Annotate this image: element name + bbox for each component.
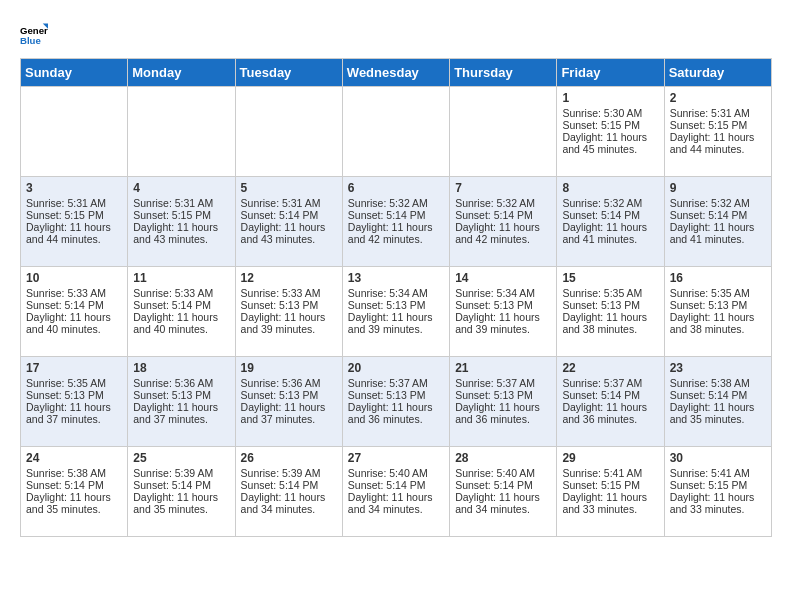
day-info: Sunrise: 5:39 AM	[241, 467, 337, 479]
day-number: 3	[26, 181, 122, 195]
day-info: Sunset: 5:15 PM	[670, 479, 766, 491]
day-info: Sunrise: 5:31 AM	[26, 197, 122, 209]
calendar-cell: 5Sunrise: 5:31 AMSunset: 5:14 PMDaylight…	[235, 177, 342, 267]
svg-text:Blue: Blue	[20, 35, 41, 46]
day-info: Sunset: 5:13 PM	[348, 389, 444, 401]
day-info: Sunrise: 5:34 AM	[455, 287, 551, 299]
day-info: Sunrise: 5:30 AM	[562, 107, 658, 119]
day-number: 6	[348, 181, 444, 195]
day-number: 2	[670, 91, 766, 105]
day-info: Sunrise: 5:40 AM	[348, 467, 444, 479]
day-number: 13	[348, 271, 444, 285]
day-info: Daylight: 11 hours and 39 minutes.	[241, 311, 337, 335]
day-info: Sunset: 5:13 PM	[562, 299, 658, 311]
day-info: Daylight: 11 hours and 36 minutes.	[562, 401, 658, 425]
day-info: Daylight: 11 hours and 39 minutes.	[455, 311, 551, 335]
day-info: Sunset: 5:14 PM	[133, 299, 229, 311]
weekday-header: Saturday	[664, 59, 771, 87]
day-info: Sunset: 5:13 PM	[670, 299, 766, 311]
page-header: General Blue	[20, 20, 772, 48]
day-number: 20	[348, 361, 444, 375]
calendar-cell: 20Sunrise: 5:37 AMSunset: 5:13 PMDayligh…	[342, 357, 449, 447]
day-info: Sunrise: 5:39 AM	[133, 467, 229, 479]
calendar-cell: 1Sunrise: 5:30 AMSunset: 5:15 PMDaylight…	[557, 87, 664, 177]
day-number: 4	[133, 181, 229, 195]
day-info: Daylight: 11 hours and 37 minutes.	[241, 401, 337, 425]
day-info: Daylight: 11 hours and 33 minutes.	[670, 491, 766, 515]
calendar-cell: 25Sunrise: 5:39 AMSunset: 5:14 PMDayligh…	[128, 447, 235, 537]
calendar-cell: 30Sunrise: 5:41 AMSunset: 5:15 PMDayligh…	[664, 447, 771, 537]
calendar-cell: 22Sunrise: 5:37 AMSunset: 5:14 PMDayligh…	[557, 357, 664, 447]
day-info: Daylight: 11 hours and 37 minutes.	[26, 401, 122, 425]
day-info: Daylight: 11 hours and 41 minutes.	[670, 221, 766, 245]
calendar-cell: 11Sunrise: 5:33 AMSunset: 5:14 PMDayligh…	[128, 267, 235, 357]
day-info: Sunset: 5:15 PM	[562, 119, 658, 131]
calendar-cell: 13Sunrise: 5:34 AMSunset: 5:13 PMDayligh…	[342, 267, 449, 357]
day-info: Sunrise: 5:31 AM	[241, 197, 337, 209]
day-info: Sunset: 5:14 PM	[455, 209, 551, 221]
weekday-header: Wednesday	[342, 59, 449, 87]
day-number: 14	[455, 271, 551, 285]
weekday-header: Thursday	[450, 59, 557, 87]
day-info: Sunrise: 5:38 AM	[26, 467, 122, 479]
day-info: Sunset: 5:13 PM	[241, 299, 337, 311]
day-info: Daylight: 11 hours and 38 minutes.	[670, 311, 766, 335]
day-number: 30	[670, 451, 766, 465]
weekday-header: Friday	[557, 59, 664, 87]
day-number: 24	[26, 451, 122, 465]
day-info: Sunset: 5:14 PM	[670, 209, 766, 221]
day-info: Sunset: 5:14 PM	[562, 209, 658, 221]
day-info: Sunrise: 5:32 AM	[562, 197, 658, 209]
day-number: 19	[241, 361, 337, 375]
calendar-cell: 19Sunrise: 5:36 AMSunset: 5:13 PMDayligh…	[235, 357, 342, 447]
day-number: 27	[348, 451, 444, 465]
calendar-cell: 8Sunrise: 5:32 AMSunset: 5:14 PMDaylight…	[557, 177, 664, 267]
day-info: Daylight: 11 hours and 40 minutes.	[26, 311, 122, 335]
day-number: 22	[562, 361, 658, 375]
day-info: Sunrise: 5:41 AM	[670, 467, 766, 479]
day-info: Daylight: 11 hours and 42 minutes.	[348, 221, 444, 245]
weekday-header-row: SundayMondayTuesdayWednesdayThursdayFrid…	[21, 59, 772, 87]
calendar-week-row: 10Sunrise: 5:33 AMSunset: 5:14 PMDayligh…	[21, 267, 772, 357]
day-info: Sunset: 5:15 PM	[562, 479, 658, 491]
day-info: Sunset: 5:14 PM	[670, 389, 766, 401]
day-info: Daylight: 11 hours and 43 minutes.	[241, 221, 337, 245]
day-info: Daylight: 11 hours and 39 minutes.	[348, 311, 444, 335]
weekday-header: Sunday	[21, 59, 128, 87]
calendar-cell: 12Sunrise: 5:33 AMSunset: 5:13 PMDayligh…	[235, 267, 342, 357]
day-number: 16	[670, 271, 766, 285]
logo: General Blue	[20, 20, 48, 48]
day-info: Sunrise: 5:33 AM	[133, 287, 229, 299]
calendar-cell: 21Sunrise: 5:37 AMSunset: 5:13 PMDayligh…	[450, 357, 557, 447]
day-info: Daylight: 11 hours and 38 minutes.	[562, 311, 658, 335]
calendar-cell: 6Sunrise: 5:32 AMSunset: 5:14 PMDaylight…	[342, 177, 449, 267]
calendar-cell: 15Sunrise: 5:35 AMSunset: 5:13 PMDayligh…	[557, 267, 664, 357]
day-info: Sunset: 5:14 PM	[348, 209, 444, 221]
calendar-cell: 28Sunrise: 5:40 AMSunset: 5:14 PMDayligh…	[450, 447, 557, 537]
day-info: Sunset: 5:13 PM	[455, 299, 551, 311]
day-number: 28	[455, 451, 551, 465]
day-info: Daylight: 11 hours and 34 minutes.	[348, 491, 444, 515]
day-info: Daylight: 11 hours and 35 minutes.	[670, 401, 766, 425]
day-info: Sunset: 5:14 PM	[133, 479, 229, 491]
weekday-header: Tuesday	[235, 59, 342, 87]
day-number: 5	[241, 181, 337, 195]
calendar-cell: 29Sunrise: 5:41 AMSunset: 5:15 PMDayligh…	[557, 447, 664, 537]
day-info: Sunset: 5:15 PM	[26, 209, 122, 221]
day-number: 25	[133, 451, 229, 465]
day-info: Sunset: 5:13 PM	[133, 389, 229, 401]
calendar-cell: 3Sunrise: 5:31 AMSunset: 5:15 PMDaylight…	[21, 177, 128, 267]
day-info: Sunset: 5:14 PM	[455, 479, 551, 491]
weekday-header: Monday	[128, 59, 235, 87]
calendar-cell	[128, 87, 235, 177]
day-number: 12	[241, 271, 337, 285]
calendar-cell: 23Sunrise: 5:38 AMSunset: 5:14 PMDayligh…	[664, 357, 771, 447]
day-info: Daylight: 11 hours and 42 minutes.	[455, 221, 551, 245]
calendar-cell: 2Sunrise: 5:31 AMSunset: 5:15 PMDaylight…	[664, 87, 771, 177]
day-info: Sunset: 5:13 PM	[455, 389, 551, 401]
day-number: 10	[26, 271, 122, 285]
day-info: Daylight: 11 hours and 35 minutes.	[133, 491, 229, 515]
day-info: Sunrise: 5:35 AM	[26, 377, 122, 389]
calendar-cell	[235, 87, 342, 177]
day-info: Sunset: 5:15 PM	[133, 209, 229, 221]
